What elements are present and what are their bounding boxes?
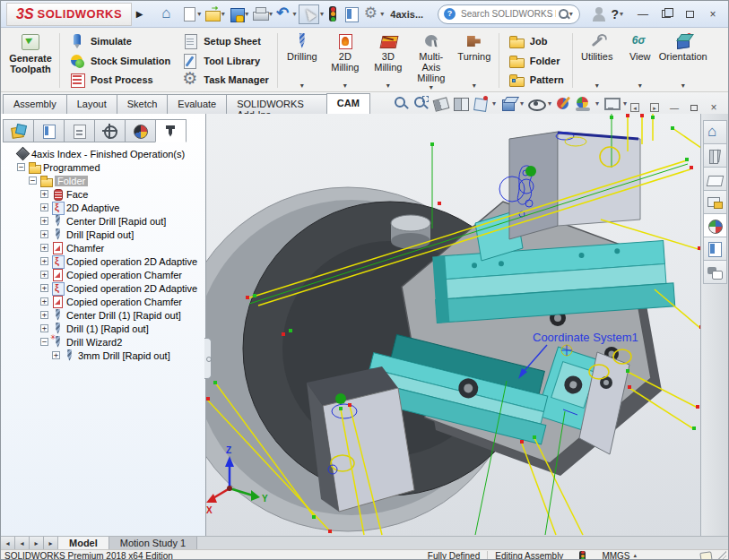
open-icon[interactable] bbox=[204, 5, 221, 23]
tree-expander[interactable]: − bbox=[29, 177, 37, 185]
ribbon-button-2d-milling[interactable]: 2D Milling▾ bbox=[324, 30, 367, 91]
tree-expander[interactable]: + bbox=[40, 217, 48, 225]
undo-caret[interactable]: ▾ bbox=[292, 10, 296, 18]
view-orientation-icon[interactable] bbox=[472, 95, 489, 112]
minimize-button[interactable]: — bbox=[633, 6, 653, 22]
tree-item-4axis-index-finished-operation-s[interactable]: 4axis Index - Finished Operation(s) bbox=[4, 147, 205, 160]
ribbon-button-turning[interactable]: Turning▾ bbox=[453, 30, 496, 91]
ribbon-button-post-process[interactable]: Post Process bbox=[65, 71, 174, 89]
save-caret[interactable]: ▾ bbox=[245, 10, 248, 18]
display-style-icon[interactable] bbox=[499, 95, 516, 112]
apply-scene-icon[interactable] bbox=[575, 95, 592, 112]
dropdown-caret-icon[interactable]: ▾ bbox=[595, 99, 599, 108]
scroll-first-button[interactable]: ◂ bbox=[1, 537, 15, 549]
tree-item-2d-adaptive[interactable]: +2D Adaptive bbox=[4, 201, 205, 214]
tree-expander[interactable]: + bbox=[40, 284, 48, 292]
dropdown-caret-icon[interactable]: ▾ bbox=[300, 82, 304, 90]
tree-item-face[interactable]: +Face bbox=[4, 187, 205, 201]
bottom-tab-model[interactable]: Model bbox=[58, 537, 109, 549]
edit-appearance-icon[interactable] bbox=[555, 95, 572, 112]
ribbon-button-3d-milling[interactable]: 3D Milling▾ bbox=[367, 30, 410, 91]
tree-item-center-drill-rapid-out[interactable]: +Center Drill [Rapid out] bbox=[4, 214, 205, 228]
zoom-area-icon[interactable] bbox=[412, 95, 430, 112]
taskpane-view-palette-button[interactable] bbox=[703, 213, 727, 237]
tree-item-copied-operation-2d-adaptive[interactable]: +Copied operation 2D Adaptive bbox=[4, 281, 205, 295]
section-view-icon[interactable] bbox=[432, 95, 449, 112]
dropdown-caret-icon[interactable]: ▾ bbox=[623, 99, 627, 108]
ribbon-button-multi-axis-milling[interactable]: Multi-Axis Milling▾ bbox=[410, 30, 453, 91]
tree-item-drill-wizard2[interactable]: −Drill Wizard2 bbox=[4, 335, 205, 349]
ribbon-button-orientation[interactable]: Orientation▾ bbox=[662, 30, 705, 91]
taskpane-file-explorer-button[interactable] bbox=[703, 190, 727, 214]
tree-expander[interactable]: + bbox=[40, 257, 48, 265]
ribbon-button-view[interactable]: View▾ bbox=[619, 30, 662, 91]
scroll-prev-button[interactable]: ◂ bbox=[15, 537, 30, 549]
ribbon-button-simulate[interactable]: Simulate bbox=[65, 32, 174, 50]
dock-button[interactable] bbox=[656, 6, 676, 22]
graphics-viewport[interactable]: Coordinate System1 Z X bbox=[206, 114, 700, 536]
panel-tab-dimxpertmanager[interactable] bbox=[94, 119, 126, 142]
units-selector[interactable]: MMGS ▴ bbox=[602, 551, 637, 560]
collapse-right-button[interactable]: ▸ bbox=[647, 101, 662, 114]
taskpane-solidworks-resources-button[interactable] bbox=[703, 143, 727, 168]
ribbon-button-job[interactable]: Job bbox=[504, 32, 568, 50]
open-caret[interactable]: ▾ bbox=[221, 10, 225, 18]
taskpane-design-library-button[interactable] bbox=[703, 167, 727, 191]
view-settings-icon[interactable] bbox=[603, 95, 620, 112]
hide-show-icon[interactable] bbox=[527, 95, 544, 112]
tree-item-copied-operation-chamfer[interactable]: +Copied operation Chamfer bbox=[4, 295, 205, 308]
tree-item-drill-1-rapid-out[interactable]: +Drill (1) [Rapid out] bbox=[4, 322, 205, 335]
viewport-3d-model[interactable]: Coordinate System1 Z X bbox=[206, 114, 700, 536]
display-pane-icon[interactable] bbox=[343, 5, 360, 23]
scroll-last-button[interactable]: ▸ bbox=[44, 537, 58, 549]
tree-item-chamfer[interactable]: +Chamfer bbox=[4, 241, 205, 254]
tree-expander[interactable]: + bbox=[52, 351, 60, 359]
tab-sketch[interactable]: Sketch bbox=[117, 94, 169, 114]
doc-close-button[interactable]: × bbox=[707, 101, 721, 114]
tab-evaluate[interactable]: Evaluate bbox=[167, 94, 227, 114]
print-caret[interactable]: ▾ bbox=[269, 10, 273, 18]
tree-expander[interactable]: + bbox=[40, 311, 48, 319]
taskpane-home-button[interactable] bbox=[703, 120, 727, 144]
ribbon-button-tool-library[interactable]: Tool Library bbox=[178, 52, 273, 70]
tab-cam[interactable]: CAM bbox=[326, 93, 370, 114]
panel-tab-featuremanager[interactable] bbox=[3, 119, 34, 142]
tree-expander[interactable]: + bbox=[40, 230, 48, 238]
resize-grip[interactable] bbox=[717, 551, 726, 560]
search-icon[interactable] bbox=[558, 8, 570, 21]
tree-item-drill-rapid-out[interactable]: +Drill [Rapid out] bbox=[4, 228, 205, 241]
collapse-left-button[interactable]: ◂ bbox=[628, 101, 642, 114]
tree-item-copied-operation-chamfer[interactable]: +Copied operation Chamfer bbox=[4, 268, 205, 281]
ribbon-button-task-manager[interactable]: Task Manager bbox=[178, 71, 273, 89]
tab-layout[interactable]: Layout bbox=[66, 94, 117, 114]
tree-expander[interactable]: − bbox=[40, 338, 48, 346]
dropdown-caret-icon[interactable]: ▾ bbox=[386, 82, 390, 90]
dropdown-caret-icon[interactable]: ▾ bbox=[548, 99, 551, 108]
tags-icon[interactable] bbox=[699, 551, 712, 560]
options-gear-icon[interactable] bbox=[363, 5, 380, 23]
dropdown-caret-icon[interactable]: ▾ bbox=[595, 82, 599, 90]
tree-expander[interactable]: + bbox=[40, 324, 48, 332]
panel-tab-configurationmanager[interactable] bbox=[64, 119, 95, 142]
home-icon[interactable] bbox=[160, 5, 177, 23]
dropdown-caret-icon[interactable]: ▾ bbox=[343, 82, 347, 90]
tree-expander[interactable]: − bbox=[17, 163, 25, 171]
tree-item-center-drill-1-rapid-out[interactable]: +Center Drill (1) [Rapid out] bbox=[4, 308, 205, 322]
tab-solidworks-add-ins[interactable]: SOLIDWORKS Add-Ins bbox=[226, 94, 327, 114]
doc-restore-button[interactable] bbox=[687, 101, 701, 114]
rebuild-traffic-light-icon[interactable] bbox=[329, 6, 336, 22]
taskpane-appearances-scenes-button[interactable] bbox=[703, 237, 727, 261]
tab-assembly[interactable]: Assembly bbox=[3, 94, 67, 114]
help-icon[interactable]: ? bbox=[611, 7, 619, 22]
save-icon[interactable] bbox=[228, 5, 245, 23]
tree-item-folder[interactable]: −Folder bbox=[4, 174, 205, 187]
search-box[interactable]: ? ▾ bbox=[438, 4, 580, 24]
new-document-icon[interactable] bbox=[180, 5, 197, 23]
ribbon-button-stock-simulation[interactable]: Stock Simulation bbox=[65, 52, 174, 70]
scroll-next-button[interactable]: ▸ bbox=[30, 537, 44, 549]
bottom-tab-motion-study-1[interactable]: Motion Study 1 bbox=[109, 537, 197, 549]
doc-minimize-button[interactable]: — bbox=[667, 101, 681, 114]
dropdown-caret-icon[interactable]: ▾ bbox=[430, 83, 433, 91]
ribbon-button-setup-sheet[interactable]: Setup Sheet bbox=[178, 32, 273, 50]
ribbon-button-folder[interactable]: Folder bbox=[504, 52, 568, 70]
